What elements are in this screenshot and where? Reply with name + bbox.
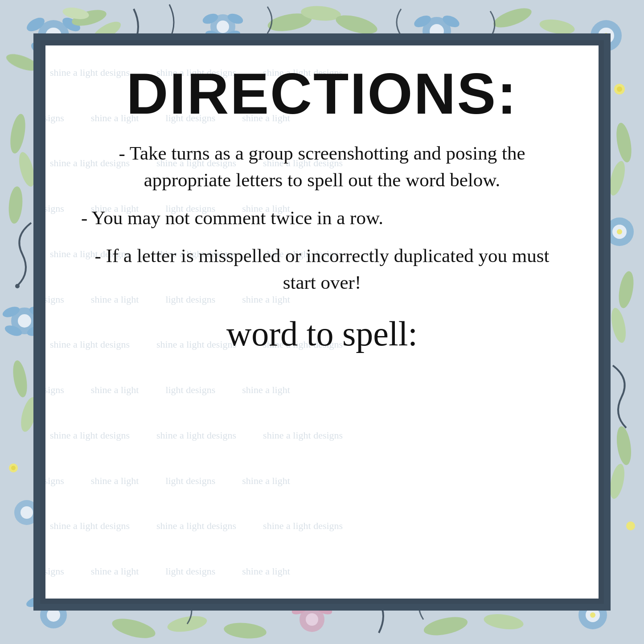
watermark-text: shine a light [242, 475, 290, 487]
direction-item-2: - You may not comment twice in a row. [72, 205, 572, 231]
page-title: DIRECTIONS: [72, 63, 572, 124]
watermark-text: shine a light designs [263, 430, 343, 441]
inner-panel: shine a light designs shine a light desi… [40, 40, 604, 604]
direction-item-3: - If a letter is misspelled or incorrect… [72, 242, 572, 296]
watermark-text: shine a light [91, 475, 139, 487]
svg-point-45 [11, 466, 16, 470]
svg-point-13 [217, 21, 229, 33]
directions-list: - Take turns as a group screenshotting a… [72, 140, 572, 296]
watermark-text: shine a light designs [263, 520, 343, 532]
outer-container: shine a light designs shine a light desi… [0, 0, 644, 644]
watermark-text: shine a light designs [50, 430, 130, 441]
watermark-text: shine a light [91, 384, 139, 396]
watermark-text: light designs [165, 566, 215, 577]
watermark-text: shine a light designs [156, 430, 236, 441]
watermark-text: shine a light designs [50, 520, 130, 532]
svg-point-57 [626, 521, 635, 530]
watermark-text: light designs [45, 384, 64, 396]
svg-point-72 [590, 612, 595, 618]
watermark-text: light designs [45, 203, 64, 214]
watermark-text: shine a light [242, 566, 290, 577]
watermark-text: light designs [45, 112, 64, 124]
svg-point-35 [15, 284, 20, 288]
svg-point-37 [18, 314, 31, 328]
word-to-spell-label: word to spell: [72, 314, 572, 354]
watermark-text: shine a light [242, 384, 290, 396]
content-wrapper: DIRECTIONS: - Take turns as a group scre… [72, 63, 572, 354]
watermark-text: light designs [45, 475, 64, 487]
watermark-text: shine a light designs [156, 520, 236, 532]
watermark-text: light designs [165, 475, 215, 487]
watermark-text: shine a light [91, 566, 139, 577]
watermark-text: light designs [45, 566, 64, 577]
svg-point-65 [306, 613, 318, 626]
svg-point-52 [617, 229, 622, 234]
watermark-text: light designs [165, 384, 215, 396]
direction-item-1: - Take turns as a group screenshotting a… [72, 140, 572, 193]
svg-point-31 [617, 86, 622, 92]
svg-point-47 [21, 506, 33, 519]
watermark-text: light designs [45, 294, 64, 305]
